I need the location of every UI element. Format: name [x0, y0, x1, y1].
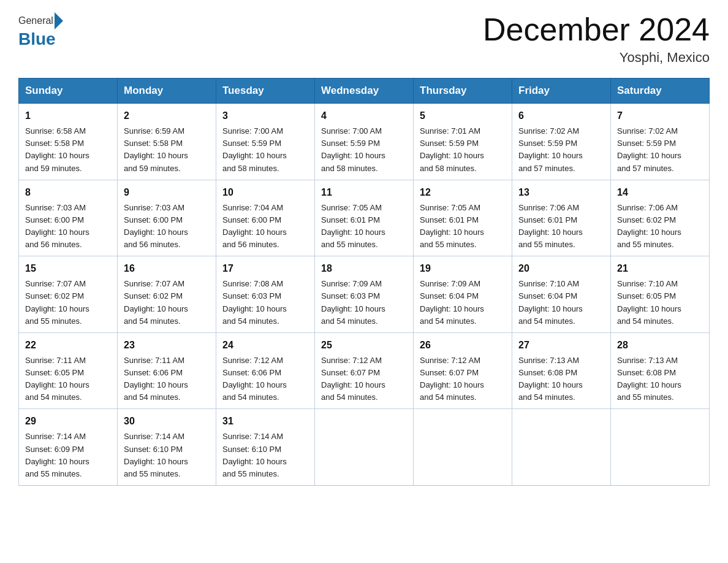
day-number: 18 — [321, 261, 407, 276]
day-info: Sunrise: 7:14 AMSunset: 6:10 PMDaylight:… — [222, 431, 308, 480]
title-section: December 2024 Yosphi, Mexico — [483, 12, 710, 66]
day-number: 4 — [321, 109, 407, 123]
day-info: Sunrise: 6:58 AMSunset: 5:58 PMDaylight:… — [25, 125, 111, 175]
day-number: 24 — [222, 338, 308, 353]
calendar-cell: 10Sunrise: 7:04 AMSunset: 6:00 PMDayligh… — [216, 180, 315, 256]
calendar-cell: 24Sunrise: 7:12 AMSunset: 6:06 PMDayligh… — [216, 332, 315, 409]
calendar-table: SundayMondayTuesdayWednesdayThursdayFrid… — [18, 78, 710, 486]
day-number: 21 — [617, 261, 703, 276]
day-number: 12 — [420, 185, 506, 200]
day-info: Sunrise: 7:03 AMSunset: 6:00 PMDaylight:… — [25, 202, 111, 251]
page-header: General Blue December 2024 Yosphi, Mexic… — [18, 12, 710, 66]
day-info: Sunrise: 7:05 AMSunset: 6:01 PMDaylight:… — [321, 202, 407, 251]
day-number: 16 — [124, 261, 210, 276]
day-number: 23 — [124, 338, 210, 353]
column-header-thursday: Thursday — [414, 79, 512, 104]
calendar-cell: 31Sunrise: 7:14 AMSunset: 6:10 PMDayligh… — [216, 409, 315, 486]
calendar-cell: 15Sunrise: 7:07 AMSunset: 6:02 PMDayligh… — [19, 256, 118, 333]
day-info: Sunrise: 7:13 AMSunset: 6:08 PMDaylight:… — [617, 354, 703, 404]
day-info: Sunrise: 7:09 AMSunset: 6:04 PMDaylight:… — [420, 278, 506, 327]
day-number: 15 — [25, 261, 111, 276]
month-title: December 2024 — [483, 12, 710, 47]
day-info: Sunrise: 7:10 AMSunset: 6:04 PMDaylight:… — [518, 278, 604, 327]
day-info: Sunrise: 7:02 AMSunset: 5:59 PMDaylight:… — [617, 125, 703, 175]
column-header-monday: Monday — [118, 79, 216, 104]
day-number: 17 — [222, 261, 308, 276]
day-info: Sunrise: 7:08 AMSunset: 6:03 PMDaylight:… — [222, 278, 308, 327]
day-number: 7 — [617, 109, 703, 123]
day-number: 6 — [518, 109, 604, 123]
day-number: 1 — [25, 109, 111, 123]
calendar-cell: 19Sunrise: 7:09 AMSunset: 6:04 PMDayligh… — [414, 256, 512, 333]
day-number: 8 — [25, 185, 111, 200]
day-info: Sunrise: 7:07 AMSunset: 6:02 PMDaylight:… — [25, 278, 111, 327]
logo-general-text: General — [18, 15, 53, 26]
calendar-cell: 9Sunrise: 7:03 AMSunset: 6:00 PMDaylight… — [118, 180, 216, 256]
day-info: Sunrise: 7:09 AMSunset: 6:03 PMDaylight:… — [321, 278, 407, 327]
day-number: 14 — [617, 185, 703, 200]
day-number: 5 — [420, 109, 506, 123]
week-row-4: 22Sunrise: 7:11 AMSunset: 6:05 PMDayligh… — [19, 332, 710, 409]
calendar-cell: 20Sunrise: 7:10 AMSunset: 6:04 PMDayligh… — [512, 256, 611, 333]
calendar-cell: 1Sunrise: 6:58 AMSunset: 5:58 PMDaylight… — [19, 104, 118, 180]
week-row-5: 29Sunrise: 7:14 AMSunset: 6:09 PMDayligh… — [19, 409, 710, 486]
column-header-friday: Friday — [512, 79, 611, 104]
calendar-cell: 18Sunrise: 7:09 AMSunset: 6:03 PMDayligh… — [315, 256, 414, 333]
calendar-cell: 12Sunrise: 7:05 AMSunset: 6:01 PMDayligh… — [414, 180, 512, 256]
day-number: 11 — [321, 185, 407, 200]
day-info: Sunrise: 7:10 AMSunset: 6:05 PMDaylight:… — [617, 278, 703, 327]
calendar-cell: 3Sunrise: 7:00 AMSunset: 5:59 PMDaylight… — [216, 104, 315, 180]
day-number: 3 — [222, 109, 308, 123]
day-info: Sunrise: 7:04 AMSunset: 6:00 PMDaylight:… — [222, 202, 308, 251]
calendar-cell: 30Sunrise: 7:14 AMSunset: 6:10 PMDayligh… — [118, 409, 216, 486]
day-info: Sunrise: 7:13 AMSunset: 6:08 PMDaylight:… — [518, 354, 604, 404]
calendar-cell: 26Sunrise: 7:12 AMSunset: 6:07 PMDayligh… — [414, 332, 512, 409]
column-header-wednesday: Wednesday — [315, 79, 414, 104]
day-number: 9 — [124, 185, 210, 200]
day-info: Sunrise: 7:07 AMSunset: 6:02 PMDaylight:… — [124, 278, 210, 327]
calendar-cell — [315, 409, 414, 486]
calendar-cell: 14Sunrise: 7:06 AMSunset: 6:02 PMDayligh… — [611, 180, 710, 256]
day-number: 31 — [222, 414, 308, 429]
calendar-cell: 22Sunrise: 7:11 AMSunset: 6:05 PMDayligh… — [19, 332, 118, 409]
week-row-2: 8Sunrise: 7:03 AMSunset: 6:00 PMDaylight… — [19, 180, 710, 256]
calendar-cell — [414, 409, 512, 486]
day-number: 20 — [518, 261, 604, 276]
calendar-cell: 7Sunrise: 7:02 AMSunset: 5:59 PMDaylight… — [611, 104, 710, 180]
day-number: 27 — [518, 338, 604, 353]
calendar-cell — [512, 409, 611, 486]
day-number: 13 — [518, 185, 604, 200]
day-number: 22 — [25, 338, 111, 353]
day-info: Sunrise: 7:06 AMSunset: 6:02 PMDaylight:… — [617, 202, 703, 251]
calendar-cell: 28Sunrise: 7:13 AMSunset: 6:08 PMDayligh… — [611, 332, 710, 409]
day-info: Sunrise: 7:01 AMSunset: 5:59 PMDaylight:… — [420, 125, 506, 175]
logo: General Blue — [18, 12, 64, 49]
day-info: Sunrise: 7:06 AMSunset: 6:01 PMDaylight:… — [518, 202, 604, 251]
day-info: Sunrise: 7:03 AMSunset: 6:00 PMDaylight:… — [124, 202, 210, 251]
logo-arrow-icon — [55, 12, 63, 29]
calendar-cell: 5Sunrise: 7:01 AMSunset: 5:59 PMDaylight… — [414, 104, 512, 180]
day-info: Sunrise: 7:12 AMSunset: 6:06 PMDaylight:… — [222, 354, 308, 404]
day-info: Sunrise: 7:12 AMSunset: 6:07 PMDaylight:… — [420, 354, 506, 404]
calendar-cell: 8Sunrise: 7:03 AMSunset: 6:00 PMDaylight… — [19, 180, 118, 256]
calendar-cell: 16Sunrise: 7:07 AMSunset: 6:02 PMDayligh… — [118, 256, 216, 333]
calendar-header-row: SundayMondayTuesdayWednesdayThursdayFrid… — [19, 79, 710, 104]
calendar-cell: 17Sunrise: 7:08 AMSunset: 6:03 PMDayligh… — [216, 256, 315, 333]
calendar-cell: 11Sunrise: 7:05 AMSunset: 6:01 PMDayligh… — [315, 180, 414, 256]
calendar-cell: 4Sunrise: 7:00 AMSunset: 5:59 PMDaylight… — [315, 104, 414, 180]
week-row-3: 15Sunrise: 7:07 AMSunset: 6:02 PMDayligh… — [19, 256, 710, 333]
column-header-tuesday: Tuesday — [216, 79, 315, 104]
calendar-cell — [611, 409, 710, 486]
column-header-sunday: Sunday — [19, 79, 118, 104]
day-info: Sunrise: 7:12 AMSunset: 6:07 PMDaylight:… — [321, 354, 407, 404]
day-info: Sunrise: 7:05 AMSunset: 6:01 PMDaylight:… — [420, 202, 506, 251]
day-number: 28 — [617, 338, 703, 353]
day-info: Sunrise: 7:14 AMSunset: 6:09 PMDaylight:… — [25, 431, 111, 480]
calendar-cell: 21Sunrise: 7:10 AMSunset: 6:05 PMDayligh… — [611, 256, 710, 333]
day-info: Sunrise: 7:11 AMSunset: 6:05 PMDaylight:… — [25, 354, 111, 404]
day-number: 10 — [222, 185, 308, 200]
day-number: 25 — [321, 338, 407, 353]
calendar-cell: 6Sunrise: 7:02 AMSunset: 5:59 PMDaylight… — [512, 104, 611, 180]
calendar-cell: 29Sunrise: 7:14 AMSunset: 6:09 PMDayligh… — [19, 409, 118, 486]
week-row-1: 1Sunrise: 6:58 AMSunset: 5:58 PMDaylight… — [19, 104, 710, 180]
